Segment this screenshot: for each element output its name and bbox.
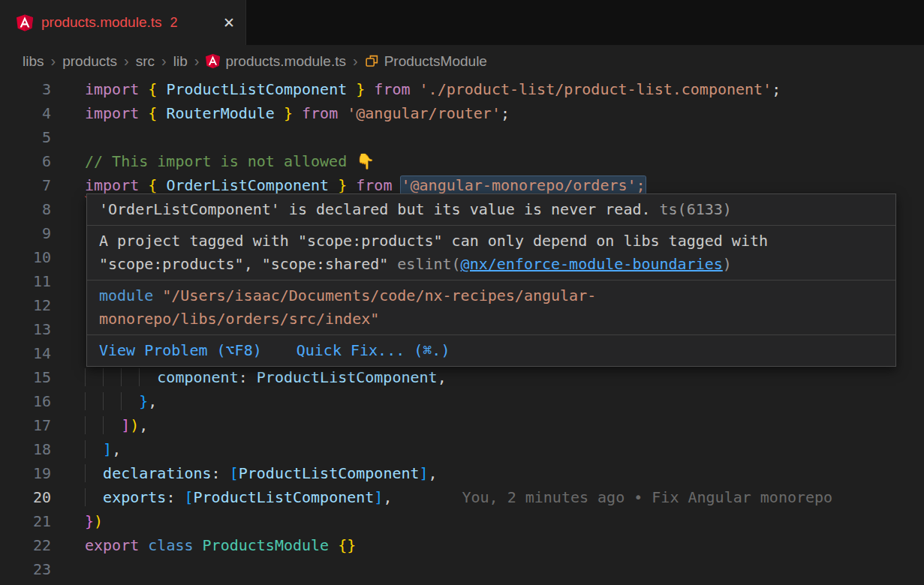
hover-actions-row: View Problem (⌥F8)Quick Fix... (⌘.) xyxy=(87,334,895,366)
quick-fix-action[interactable]: Quick Fix... (⌘.) xyxy=(296,339,450,362)
line-number: 21 xyxy=(0,509,51,533)
breadcrumb-label: src xyxy=(136,53,155,70)
module-path-line2: monorepo/libs/orders/src/index" xyxy=(99,310,379,328)
line-number: 19 xyxy=(0,461,51,485)
hover-popup: 'OrderListComponent' is declared but its… xyxy=(86,194,896,367)
close-icon[interactable]: ✕ xyxy=(223,14,235,32)
breadcrumb-item-libs[interactable]: libs xyxy=(23,53,44,70)
code-line-content xyxy=(51,557,85,581)
code-line-content: ], xyxy=(51,437,121,461)
breadcrumb-separator: › xyxy=(353,52,358,70)
breadcrumb-separator: › xyxy=(161,52,167,70)
line-number: 22 xyxy=(0,533,51,557)
code-line[interactable]: 18 ], xyxy=(0,437,924,461)
breadcrumb-separator: › xyxy=(194,52,200,70)
module-keyword: module xyxy=(99,286,153,304)
code-line[interactable]: 17 ]), xyxy=(0,413,924,437)
diagnostic-eslint-row: A project tagged with "scope:products" c… xyxy=(87,225,895,280)
line-number: 13 xyxy=(0,317,51,341)
breadcrumb-label: products.module.ts xyxy=(225,53,346,70)
breadcrumb-label: products xyxy=(62,53,117,70)
line-number: 10 xyxy=(0,245,51,269)
breadcrumb-item-products-module-ts[interactable]: products.module.ts xyxy=(206,53,346,70)
line-number: 5 xyxy=(0,125,51,149)
diagnostic-source: ts(6133) xyxy=(660,200,732,218)
angular-icon xyxy=(17,14,33,32)
code-line-content: exports: [ProductListComponent],You, 2 m… xyxy=(51,485,832,509)
code-line[interactable]: 6// This import is not allowed 👇 xyxy=(0,149,924,173)
code-line-content: }, xyxy=(51,389,157,413)
code-line-content: import { ProductListComponent } from './… xyxy=(51,77,781,101)
code-line-content: import { RouterModule } from '@angular/r… xyxy=(51,101,510,125)
view-problem-action[interactable]: View Problem (⌥F8) xyxy=(99,339,262,362)
diagnostic-message: 'OrderListComponent' is declared but its… xyxy=(99,200,651,218)
code-line[interactable]: 22export class ProductsModule {} xyxy=(0,533,924,557)
code-line[interactable]: 4import { RouterModule } from '@angular/… xyxy=(0,101,924,125)
code-line-content: // This import is not allowed 👇 xyxy=(51,149,375,173)
code-line[interactable]: 19 declarations: [ProductListComponent], xyxy=(0,461,924,485)
line-number: 7 xyxy=(0,173,51,197)
code-line-content: declarations: [ProductListComponent], xyxy=(51,461,438,485)
code-line[interactable]: 5 xyxy=(0,125,924,149)
code-line-content xyxy=(51,245,85,269)
class-icon xyxy=(365,54,379,68)
tab-title: products.module.ts xyxy=(41,14,162,31)
rule-link[interactable]: @nx/enforce-module-boundaries xyxy=(461,255,723,273)
breadcrumb-item-productsmodule[interactable]: ProductsModule xyxy=(365,53,487,70)
line-number: 3 xyxy=(0,77,51,101)
git-blame-annotation: You, 2 minutes ago • Fix Angular monorep… xyxy=(462,488,832,506)
breadcrumb-item-src[interactable]: src xyxy=(136,53,155,70)
module-path-line1: "/Users/isaac/Documents/code/nx-recipes/… xyxy=(162,286,596,304)
line-number: 6 xyxy=(0,149,51,173)
code-line[interactable]: 3import { ProductListComponent } from '.… xyxy=(0,77,924,101)
breadcrumb-label: libs xyxy=(23,53,44,70)
code-line[interactable]: 15 component: ProductListComponent, xyxy=(0,365,924,389)
breadcrumb-separator: › xyxy=(124,52,129,70)
code-line-content xyxy=(51,197,85,221)
line-number: 20 xyxy=(0,485,51,509)
line-number: 11 xyxy=(0,269,51,293)
eslint-message-line1: A project tagged with "scope:products" c… xyxy=(99,232,768,250)
code-line[interactable]: 20 exports: [ProductListComponent],You, … xyxy=(0,485,924,509)
line-number: 14 xyxy=(0,341,51,365)
code-line-content xyxy=(51,125,85,149)
code-line-content xyxy=(51,293,85,317)
code-line-content xyxy=(51,221,85,245)
code-line[interactable]: 23 xyxy=(0,557,924,581)
line-number: 23 xyxy=(0,557,51,581)
code-line[interactable]: 21}) xyxy=(0,509,924,533)
eslint-source-suffix: ) xyxy=(723,255,732,273)
eslint-message-line2: "scope:products", "scope:shared" xyxy=(99,255,388,273)
breadcrumb-item-lib[interactable]: lib xyxy=(173,53,188,70)
breadcrumb: libs›products›src›lib› products.module.t… xyxy=(0,45,924,77)
line-number: 4 xyxy=(0,101,51,125)
line-number: 16 xyxy=(0,389,51,413)
breadcrumb-label: ProductsModule xyxy=(384,53,487,70)
code-editor: 3import { ProductListComponent } from '.… xyxy=(0,77,924,585)
eslint-source-prefix: eslint( xyxy=(397,255,460,273)
error-squiggle: import { OrderListComponent } from '@ang… xyxy=(85,176,646,194)
tab-products-module[interactable]: products.module.ts 2 ✕ xyxy=(0,0,246,45)
code-line-content: component: ProductListComponent, xyxy=(51,365,447,389)
module-info-row: module"/Users/isaac/Documents/code/nx-re… xyxy=(87,280,895,334)
code-line-content xyxy=(51,269,85,293)
angular-icon xyxy=(206,54,220,68)
code-line-content: export class ProductsModule {} xyxy=(51,533,356,557)
breadcrumb-item-products[interactable]: products xyxy=(62,53,117,70)
tab-bar: products.module.ts 2 ✕ xyxy=(0,0,924,45)
line-number: 8 xyxy=(0,197,51,221)
problems-count-badge: 2 xyxy=(170,15,178,31)
line-number: 9 xyxy=(0,221,51,245)
vscode-window: products.module.ts 2 ✕ libs›products›src… xyxy=(0,0,924,585)
code-line-content: }) xyxy=(51,509,103,533)
line-number: 12 xyxy=(0,293,51,317)
line-number: 17 xyxy=(0,413,51,437)
code-line-content xyxy=(51,341,85,365)
breadcrumb-separator: › xyxy=(51,52,56,70)
code-line-content xyxy=(51,317,85,341)
diagnostic-ts-row: 'OrderListComponent' is declared but its… xyxy=(87,194,895,225)
line-number: 15 xyxy=(0,365,51,389)
breadcrumb-label: lib xyxy=(173,53,188,70)
line-number: 18 xyxy=(0,437,51,461)
code-line[interactable]: 16 }, xyxy=(0,389,924,413)
